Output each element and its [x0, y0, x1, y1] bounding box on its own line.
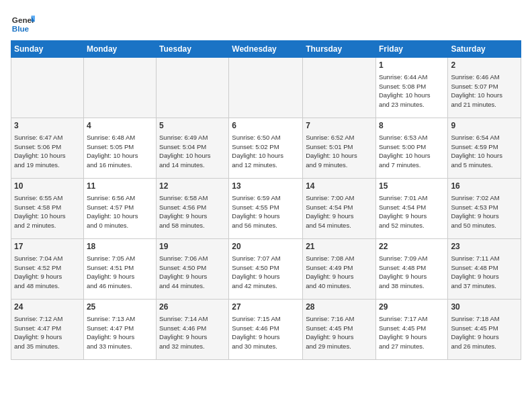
calendar-day-cell: 16Sunrise: 7:02 AM Sunset: 4:53 PM Dayli…	[448, 179, 521, 239]
day-info: Sunrise: 7:02 AM Sunset: 4:53 PM Dayligh…	[451, 193, 518, 230]
empty-cell	[303, 58, 376, 118]
day-info: Sunrise: 6:59 AM Sunset: 4:55 PM Dayligh…	[232, 193, 300, 230]
calendar-day-cell: 12Sunrise: 6:58 AM Sunset: 4:56 PM Dayli…	[157, 179, 229, 239]
day-number: 27	[232, 302, 300, 313]
calendar-header-row: SundayMondayTuesdayWednesdayThursdayFrid…	[11, 41, 521, 58]
day-number: 16	[451, 181, 518, 192]
day-info: Sunrise: 6:50 AM Sunset: 5:02 PM Dayligh…	[232, 133, 300, 170]
calendar-day-cell: 11Sunrise: 6:56 AM Sunset: 4:57 PM Dayli…	[83, 179, 156, 239]
page-header: General Blue	[11, 11, 521, 35]
day-number: 24	[14, 302, 81, 313]
day-number: 15	[379, 181, 445, 192]
calendar-day-cell: 6Sunrise: 6:50 AM Sunset: 5:02 PM Daylig…	[229, 118, 303, 179]
calendar-day-cell: 15Sunrise: 7:01 AM Sunset: 4:54 PM Dayli…	[375, 179, 447, 239]
calendar-day-cell: 2Sunrise: 6:46 AM Sunset: 5:07 PM Daylig…	[448, 58, 521, 118]
calendar-day-cell: 30Sunrise: 7:18 AM Sunset: 4:45 PM Dayli…	[448, 300, 521, 360]
weekday-header-monday: Monday	[83, 41, 156, 58]
calendar-week-row: 3Sunrise: 6:47 AM Sunset: 5:06 PM Daylig…	[11, 118, 521, 179]
day-info: Sunrise: 7:04 AM Sunset: 4:52 PM Dayligh…	[14, 254, 81, 291]
calendar-day-cell: 7Sunrise: 6:52 AM Sunset: 5:01 PM Daylig…	[303, 118, 376, 179]
day-number: 19	[159, 241, 226, 253]
day-number: 25	[87, 302, 153, 313]
calendar-day-cell: 19Sunrise: 7:06 AM Sunset: 4:50 PM Dayli…	[157, 239, 229, 300]
calendar-day-cell: 14Sunrise: 7:00 AM Sunset: 4:54 PM Dayli…	[303, 179, 376, 239]
day-number: 18	[87, 241, 153, 253]
svg-text:Blue: Blue	[12, 24, 30, 33]
calendar-day-cell: 29Sunrise: 7:17 AM Sunset: 4:45 PM Dayli…	[375, 300, 447, 360]
weekday-header-saturday: Saturday	[448, 41, 521, 58]
day-number: 14	[306, 181, 373, 192]
day-info: Sunrise: 7:01 AM Sunset: 4:54 PM Dayligh…	[379, 193, 445, 230]
day-info: Sunrise: 7:16 AM Sunset: 4:45 PM Dayligh…	[306, 314, 373, 351]
weekday-header-wednesday: Wednesday	[229, 41, 303, 58]
logo: General Blue	[11, 11, 35, 35]
day-number: 22	[379, 241, 445, 253]
day-info: Sunrise: 6:54 AM Sunset: 4:59 PM Dayligh…	[451, 133, 518, 170]
day-number: 28	[306, 302, 373, 313]
weekday-header-tuesday: Tuesday	[157, 41, 229, 58]
empty-cell	[229, 58, 303, 118]
calendar-day-cell: 18Sunrise: 7:05 AM Sunset: 4:51 PM Dayli…	[83, 239, 156, 300]
day-info: Sunrise: 6:56 AM Sunset: 4:57 PM Dayligh…	[87, 193, 153, 230]
calendar-week-row: 24Sunrise: 7:12 AM Sunset: 4:47 PM Dayli…	[11, 300, 521, 360]
day-info: Sunrise: 6:46 AM Sunset: 5:07 PM Dayligh…	[451, 73, 518, 109]
day-number: 17	[14, 241, 81, 253]
day-number: 9	[451, 120, 518, 132]
day-info: Sunrise: 6:55 AM Sunset: 4:58 PM Dayligh…	[14, 193, 81, 230]
day-info: Sunrise: 7:17 AM Sunset: 4:45 PM Dayligh…	[379, 314, 445, 351]
calendar-day-cell: 20Sunrise: 7:07 AM Sunset: 4:50 PM Dayli…	[229, 239, 303, 300]
day-info: Sunrise: 7:12 AM Sunset: 4:47 PM Dayligh…	[14, 314, 81, 351]
calendar-table: SundayMondayTuesdayWednesdayThursdayFrid…	[11, 40, 521, 360]
day-number: 29	[379, 302, 445, 313]
day-info: Sunrise: 6:44 AM Sunset: 5:08 PM Dayligh…	[379, 73, 445, 109]
day-info: Sunrise: 7:07 AM Sunset: 4:50 PM Dayligh…	[232, 254, 300, 291]
day-info: Sunrise: 7:00 AM Sunset: 4:54 PM Dayligh…	[306, 193, 373, 230]
day-number: 1	[379, 60, 445, 71]
day-info: Sunrise: 6:49 AM Sunset: 5:04 PM Dayligh…	[159, 133, 226, 170]
calendar-day-cell: 9Sunrise: 6:54 AM Sunset: 4:59 PM Daylig…	[448, 118, 521, 179]
day-number: 8	[379, 120, 445, 132]
calendar-day-cell: 27Sunrise: 7:15 AM Sunset: 4:46 PM Dayli…	[229, 300, 303, 360]
calendar-day-cell: 28Sunrise: 7:16 AM Sunset: 4:45 PM Dayli…	[303, 300, 376, 360]
day-info: Sunrise: 7:05 AM Sunset: 4:51 PM Dayligh…	[87, 254, 153, 291]
calendar-day-cell: 25Sunrise: 7:13 AM Sunset: 4:47 PM Dayli…	[83, 300, 156, 360]
day-info: Sunrise: 7:15 AM Sunset: 4:46 PM Dayligh…	[232, 314, 300, 351]
day-info: Sunrise: 6:58 AM Sunset: 4:56 PM Dayligh…	[159, 193, 226, 230]
day-number: 12	[159, 181, 226, 192]
day-info: Sunrise: 7:08 AM Sunset: 4:49 PM Dayligh…	[306, 254, 373, 291]
day-number: 21	[306, 241, 373, 253]
calendar-week-row: 17Sunrise: 7:04 AM Sunset: 4:52 PM Dayli…	[11, 239, 521, 300]
day-number: 3	[14, 120, 81, 132]
calendar-week-row: 10Sunrise: 6:55 AM Sunset: 4:58 PM Dayli…	[11, 179, 521, 239]
calendar-day-cell: 8Sunrise: 6:53 AM Sunset: 5:00 PM Daylig…	[375, 118, 447, 179]
day-number: 4	[87, 120, 153, 132]
weekday-header-thursday: Thursday	[303, 41, 376, 58]
day-number: 10	[14, 181, 81, 192]
calendar-day-cell: 5Sunrise: 6:49 AM Sunset: 5:04 PM Daylig…	[157, 118, 229, 179]
calendar-week-row: 1Sunrise: 6:44 AM Sunset: 5:08 PM Daylig…	[11, 58, 521, 118]
day-number: 6	[232, 120, 300, 132]
calendar-day-cell: 22Sunrise: 7:09 AM Sunset: 4:48 PM Dayli…	[375, 239, 447, 300]
calendar-day-cell: 17Sunrise: 7:04 AM Sunset: 4:52 PM Dayli…	[11, 239, 84, 300]
day-number: 2	[451, 60, 518, 71]
day-info: Sunrise: 6:48 AM Sunset: 5:05 PM Dayligh…	[87, 133, 153, 170]
day-info: Sunrise: 7:18 AM Sunset: 4:45 PM Dayligh…	[451, 314, 518, 351]
day-number: 23	[451, 241, 518, 253]
day-info: Sunrise: 7:06 AM Sunset: 4:50 PM Dayligh…	[159, 254, 226, 291]
calendar-day-cell: 1Sunrise: 6:44 AM Sunset: 5:08 PM Daylig…	[375, 58, 447, 118]
day-number: 5	[159, 120, 226, 132]
day-info: Sunrise: 6:52 AM Sunset: 5:01 PM Dayligh…	[306, 133, 373, 170]
calendar-day-cell: 26Sunrise: 7:14 AM Sunset: 4:46 PM Dayli…	[157, 300, 229, 360]
calendar-day-cell: 21Sunrise: 7:08 AM Sunset: 4:49 PM Dayli…	[303, 239, 376, 300]
day-number: 20	[232, 241, 300, 253]
day-info: Sunrise: 6:53 AM Sunset: 5:00 PM Dayligh…	[379, 133, 445, 170]
day-number: 30	[451, 302, 518, 313]
empty-cell	[83, 58, 156, 118]
calendar-day-cell: 13Sunrise: 6:59 AM Sunset: 4:55 PM Dayli…	[229, 179, 303, 239]
calendar-day-cell: 10Sunrise: 6:55 AM Sunset: 4:58 PM Dayli…	[11, 179, 84, 239]
day-number: 13	[232, 181, 300, 192]
calendar-day-cell: 4Sunrise: 6:48 AM Sunset: 5:05 PM Daylig…	[83, 118, 156, 179]
calendar-day-cell: 24Sunrise: 7:12 AM Sunset: 4:47 PM Dayli…	[11, 300, 84, 360]
day-info: Sunrise: 7:14 AM Sunset: 4:46 PM Dayligh…	[159, 314, 226, 351]
day-number: 11	[87, 181, 153, 192]
